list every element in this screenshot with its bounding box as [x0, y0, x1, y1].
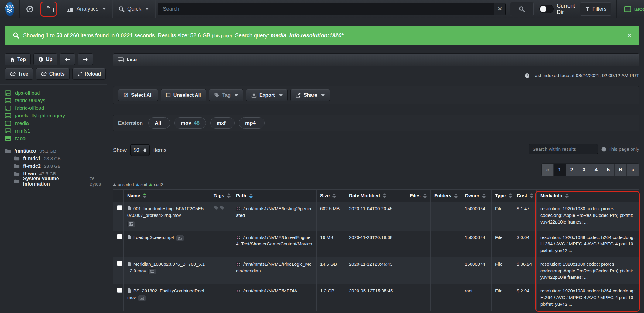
media-thumbnail-button[interactable] [148, 268, 156, 274]
folders-cell [431, 231, 461, 257]
file-name-link[interactable]: 001_brandontesting_5FA1F2C5E50A0007_pror… [127, 206, 204, 218]
dashboard-button[interactable] [20, 0, 40, 18]
sidebar-index-fabric-offload[interactable]: fabric-offload [5, 104, 107, 112]
path-link[interactable]: /mnt/mmfs1/NVME/UnrealEngine4_Test/Shoot… [236, 235, 312, 247]
tree-item[interactable]: System Volume Information 76 Bytes [5, 177, 107, 185]
column-header-size[interactable]: Size [317, 190, 345, 202]
pagination-next[interactable]: » [627, 164, 639, 176]
column-header-files[interactable]: Files [406, 190, 431, 202]
extension-pill-mov[interactable]: mov 48 [174, 117, 206, 129]
path-actions-button[interactable] [236, 207, 241, 211]
tag-icon[interactable] [214, 205, 218, 210]
select-all-button[interactable]: ☑ Select All [118, 89, 158, 101]
tree-item[interactable]: ft-mdc2 23.8 GB [5, 162, 107, 170]
sort-link-sort[interactable]: sort [141, 182, 148, 187]
share-button[interactable]: Share [290, 89, 330, 101]
date-cell: 2020-05-13T15:35:45 [345, 284, 406, 311]
sort-arrows-icon [227, 193, 231, 198]
tree-item[interactable]: ft-mdc1 23.8 GB [5, 155, 107, 162]
media-thumbnail-button[interactable] [138, 295, 146, 301]
search-icon [519, 6, 525, 12]
quick-menu[interactable]: Quick [112, 0, 155, 18]
sort-link-sort2[interactable]: sort2 [154, 182, 163, 187]
path-actions-button[interactable] [236, 235, 241, 240]
banner-close-icon[interactable]: × [627, 32, 631, 39]
sidebar-index-mmfs1[interactable]: mmfs1 [5, 127, 107, 135]
file-name-link[interactable]: Meridian_1080p23.976_BT709_5.1_2.0.mov [127, 261, 205, 273]
media-thumbnail-button[interactable] [127, 221, 135, 227]
owner-cell: root [461, 284, 492, 311]
column-header-mediainfo[interactable]: MediaInfo [537, 190, 639, 202]
path-link[interactable]: /mnt/mmfs1/NVME/testing2/generated [236, 206, 312, 218]
items-per-page-select[interactable]: 50 [130, 144, 150, 156]
sidebar-index-janelia-flylight-imagery[interactable]: janelia-flylight-imagery [5, 112, 107, 119]
row-checkbox[interactable] [117, 234, 122, 239]
tag-icon[interactable] [220, 205, 224, 210]
tree-toggle-button[interactable]: Tree [5, 68, 33, 80]
aja-logo-icon: AJA [5, 2, 14, 16]
media-thumbnail-button[interactable] [176, 235, 184, 241]
pagination-page-1[interactable]: 1 [554, 164, 566, 176]
extension-pill-mxf[interactable]: mxf [210, 117, 235, 129]
column-header-folders[interactable]: Folders [431, 190, 461, 202]
column-header-path[interactable]: Path [232, 190, 317, 202]
cost-cell: $ 1.47 [513, 202, 537, 231]
app-logo[interactable]: AJA [0, 0, 19, 18]
sort-link-unsorted[interactable]: unsorted [118, 182, 134, 187]
folders-cell [431, 202, 461, 231]
extension-pill-all[interactable]: All [148, 117, 170, 129]
path-link[interactable]: /mnt/mmfs1/NVME/MEDIA [243, 288, 297, 293]
spinner-arrows-icon [143, 148, 146, 152]
current-index-header: taco [113, 53, 639, 66]
sidebar-index-media[interactable]: media [5, 119, 107, 127]
column-header-cost[interactable]: Cost [513, 190, 537, 202]
sidebar-index-taco[interactable]: taco [5, 135, 107, 142]
pagination-page-3[interactable]: 3 [578, 164, 590, 176]
sort-options-bar: unsorted sort sort2 [113, 182, 639, 187]
table-row: LoadingScreen.mp4 /mnt/mmfs1/NVME/Unreal… [113, 231, 639, 257]
tree-item-root[interactable]: /mnt/taco 95.1 GB [5, 147, 107, 155]
pagination-page-4[interactable]: 4 [590, 164, 602, 176]
path-actions-button[interactable] [236, 289, 241, 293]
search-submit-button[interactable] [510, 2, 534, 16]
pagination-page-6[interactable]: 6 [615, 164, 627, 176]
forward-button[interactable] [78, 53, 93, 65]
charts-toggle-button[interactable]: Charts [36, 68, 70, 80]
row-checkbox[interactable] [117, 205, 122, 210]
analytics-menu[interactable]: Analytics [61, 0, 112, 18]
pagination-prev[interactable]: « [542, 164, 554, 176]
path-actions-button[interactable] [236, 262, 241, 267]
search-within-results-input[interactable] [529, 144, 598, 154]
extension-pill-mp4[interactable]: mp4 [239, 117, 265, 129]
column-header-owner[interactable]: Owner [461, 190, 492, 202]
column-header-tags[interactable]: Tags [210, 190, 232, 202]
file-browser-button[interactable] [40, 0, 61, 18]
pagination-page-5[interactable]: 5 [602, 164, 615, 176]
current-dir-toggle[interactable] [539, 5, 554, 13]
search-input[interactable] [158, 3, 494, 15]
sort-arrows-icon [509, 193, 512, 198]
column-header-date-modified[interactable]: Date Modified [345, 190, 406, 202]
sidebar-index-dps-offload[interactable]: dps-offload [5, 89, 107, 97]
top-button[interactable]: Top [5, 53, 31, 65]
filters-button[interactable]: Filters [580, 2, 611, 16]
up-button[interactable]: Up [33, 53, 57, 65]
export-button[interactable]: Export [246, 89, 288, 101]
reload-button[interactable]: Reload [72, 68, 106, 80]
path-link[interactable]: /mnt/mmfs1/NVME/PixeLogic_Media/meridian [236, 261, 311, 273]
pagination-page-2[interactable]: 2 [566, 164, 578, 176]
unselect-all-button[interactable]: ☐ Unselect All [161, 89, 206, 101]
file-name-link[interactable]: LoadingScreen.mp4 [133, 235, 174, 240]
tag-button[interactable]: Tag [209, 89, 243, 101]
back-button[interactable] [60, 53, 75, 65]
index-selector[interactable]: taco [617, 0, 644, 18]
row-checkbox[interactable] [117, 261, 122, 266]
sidebar-index-fabric-90days[interactable]: fabric-90days [5, 97, 107, 104]
row-checkbox[interactable] [117, 288, 122, 293]
column-header-type[interactable]: Type [492, 190, 513, 202]
column-header-name[interactable]: Name [124, 190, 210, 202]
owner-cell: 15000074 [461, 231, 492, 257]
type-cell: File [492, 284, 513, 311]
clear-search-button[interactable]: ✕ [494, 3, 506, 15]
drive-icon [5, 90, 11, 96]
